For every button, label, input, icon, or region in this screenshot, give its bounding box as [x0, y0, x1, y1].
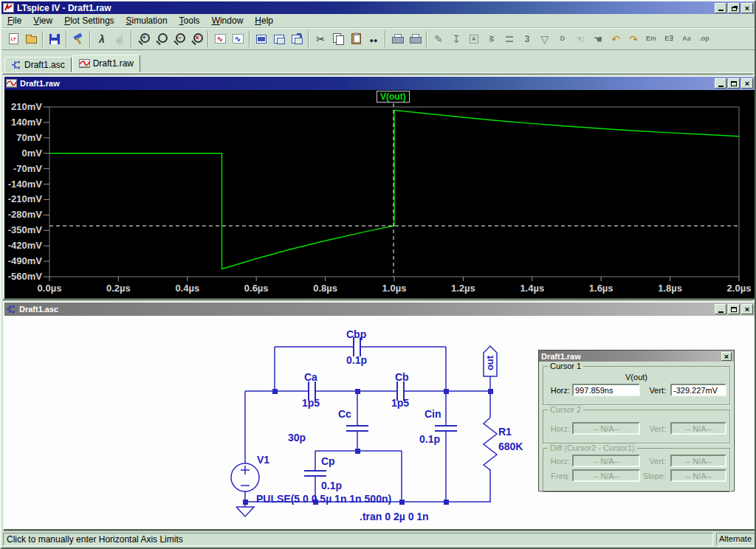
diff-slope-input: [670, 469, 726, 482]
move-button[interactable]: ☜: [571, 30, 589, 48]
print-preview-button[interactable]: [388, 30, 406, 48]
run-button[interactable]: λ: [93, 30, 111, 48]
cin-value[interactable]: 0.1p: [419, 433, 440, 445]
menu-help[interactable]: Help: [249, 14, 279, 27]
toolbar-separator: [42, 31, 44, 47]
capacitor-cp[interactable]: [304, 471, 326, 476]
cut-button[interactable]: ✂: [312, 30, 329, 48]
cp-value[interactable]: 0.1p: [321, 480, 342, 491]
cb-value[interactable]: 1p5: [391, 397, 409, 409]
cc-value[interactable]: 30p: [288, 432, 306, 443]
zoom-out-button[interactable]: −: [170, 30, 188, 48]
ca-value[interactable]: 1p5: [302, 397, 320, 409]
copy-button[interactable]: [329, 30, 347, 48]
copy-icon: [332, 33, 344, 44]
cin-label[interactable]: Cin: [425, 408, 441, 420]
rotate-button[interactable]: E∃: [660, 30, 678, 48]
y-tick-label: -490mV: [8, 255, 43, 266]
cb-label[interactable]: Cb: [395, 371, 409, 383]
capacitor-cin[interactable]: [435, 426, 457, 431]
place-capacitor-button[interactable]: [501, 30, 518, 48]
wave-maximize-button[interactable]: [728, 78, 740, 89]
undo-zoom-button[interactable]: ×: [188, 30, 205, 48]
cascade-windows-button[interactable]: [270, 30, 288, 48]
arrange-windows-button[interactable]: [288, 30, 306, 48]
tile-windows-button[interactable]: [252, 30, 270, 48]
waveform-window-titlebar[interactable]: Draft1.raw ×: [4, 77, 755, 90]
minimize-button[interactable]: [715, 3, 726, 13]
find-button[interactable]: [365, 30, 382, 48]
cursor-dialog-close-button[interactable]: ×: [721, 352, 732, 361]
menu-simulation[interactable]: Simulation: [120, 14, 173, 27]
cbp-label[interactable]: Cbp: [346, 328, 366, 340]
menu-window[interactable]: Window: [206, 14, 250, 27]
cursor-dialog-titlebar[interactable]: Draft1.raw ×: [539, 351, 734, 362]
r1-value[interactable]: 680K: [498, 441, 523, 452]
menu-view[interactable]: View: [27, 14, 58, 27]
diff-horz-label: Horz:: [546, 457, 570, 466]
capacitor-cc[interactable]: [346, 426, 368, 431]
zoom-full-extents-button[interactable]: [152, 30, 170, 48]
halt-button[interactable]: ☝: [111, 30, 128, 48]
place-diode-button[interactable]: ▽: [536, 30, 554, 48]
waveform-window: Draft1.raw × 210mV140mV70mV0mV-70mV-140m…: [3, 75, 756, 300]
ca-label[interactable]: Ca: [304, 371, 317, 383]
waveform-plot-area[interactable]: 210mV140mV70mV0mV-70mV-140mV-210mV-280mV…: [4, 90, 755, 298]
cursor1-horz-input[interactable]: [572, 384, 640, 396]
cp-label[interactable]: Cp: [321, 455, 335, 467]
menu-plot-settings[interactable]: Plot Settings: [58, 14, 120, 27]
v1-label[interactable]: V1: [257, 454, 269, 466]
place-component-button[interactable]: D: [554, 30, 571, 48]
mirror-button[interactable]: Em: [642, 30, 660, 48]
plot-settings-button[interactable]: ∿: [229, 30, 247, 48]
schematic-window-title: Draft1.asc: [19, 305, 58, 314]
resistor-r1-body[interactable]: [484, 418, 497, 470]
paste-button[interactable]: [347, 30, 365, 48]
schematic-window-titlebar[interactable]: Draft1.asc ×: [4, 303, 755, 316]
tab-draft1-asc[interactable]: Draft1.asc: [4, 57, 72, 72]
waveform-plot[interactable]: 210mV140mV70mV0mV-70mV-140mV-210mV-280mV…: [4, 90, 755, 298]
zoom-out-icon: −: [173, 32, 185, 45]
schematic-canvas[interactable]: Cbp 0.1p Ca 1p5 Cb 1p5 Cc 30p Cp 0.1p Ci…: [4, 316, 755, 529]
draw-wire-button[interactable]: ✎: [430, 30, 447, 48]
new-schematic-button[interactable]: LT: [4, 30, 22, 48]
new-schematic-icon: LT: [9, 33, 18, 44]
sch-close-button[interactable]: ×: [741, 304, 753, 314]
sch-minimize-button[interactable]: [715, 304, 726, 314]
app-titlebar[interactable]: LTspice IV - Draft1.raw ×: [1, 1, 755, 14]
zoom-in-button[interactable]: +: [134, 30, 152, 48]
toolbar: LTλ☝+−×∿∿✂✎↧Aʍ3▽D☜☚↶↷EmE∃Aa.op: [1, 28, 755, 50]
control-panel-button[interactable]: [69, 30, 87, 48]
place-resistor-button[interactable]: ʍ: [483, 30, 501, 48]
sch-maximize-button[interactable]: [728, 304, 740, 314]
place-component-icon: D: [560, 35, 566, 42]
close-button[interactable]: ×: [741, 3, 753, 13]
drag-button[interactable]: ☚: [589, 30, 607, 48]
restore-icon: [732, 7, 737, 11]
spice-directive-button[interactable]: .op: [695, 30, 713, 48]
place-text-button[interactable]: Aa: [678, 30, 695, 48]
v1-value[interactable]: PULSE(5 0 0.5µ 1n 1n 500n): [256, 493, 391, 505]
place-label-button[interactable]: A: [465, 30, 483, 48]
tran-directive[interactable]: .tran 0 2µ 0 1n: [360, 511, 429, 522]
autorange-y-axis-button[interactable]: ∿: [211, 30, 229, 48]
place-inductor-button[interactable]: 3: [518, 30, 536, 48]
undo-button[interactable]: ↶: [607, 30, 625, 48]
menu-tools[interactable]: Tools: [173, 14, 206, 27]
out-net-label[interactable]: out: [484, 355, 495, 370]
trace-label[interactable]: V(out): [377, 91, 410, 103]
menu-file[interactable]: File: [1, 14, 27, 27]
restore-button[interactable]: [728, 3, 740, 13]
redo-button[interactable]: ↷: [625, 30, 642, 48]
place-ground-button[interactable]: ↧: [447, 30, 465, 48]
print-button[interactable]: [406, 30, 424, 48]
cursor1-vert-input[interactable]: [670, 384, 726, 396]
cbp-value[interactable]: 0.1p: [346, 354, 367, 366]
save-button[interactable]: [46, 30, 63, 48]
wave-minimize-button[interactable]: [715, 78, 726, 89]
tab-draft1-raw[interactable]: Draft1.raw: [72, 55, 140, 72]
open-file-button[interactable]: [22, 30, 40, 48]
cc-label[interactable]: Cc: [338, 408, 351, 420]
r1-label[interactable]: R1: [498, 426, 512, 438]
wave-close-button[interactable]: ×: [741, 78, 753, 89]
